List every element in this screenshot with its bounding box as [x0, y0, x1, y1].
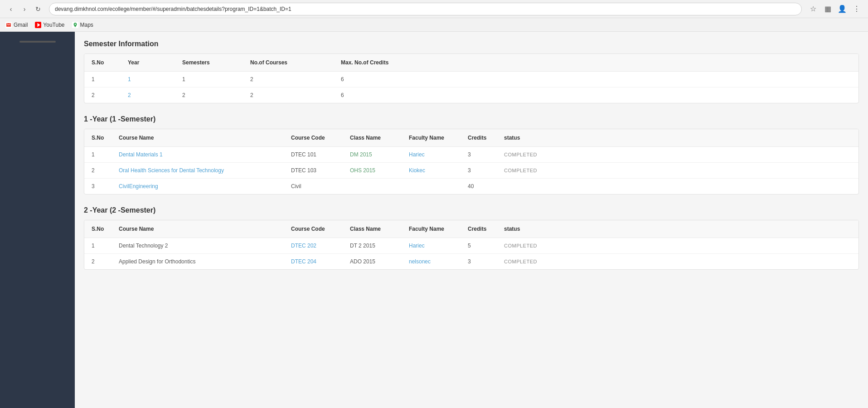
- sem-col-sno: S.No: [84, 54, 121, 72]
- back-button[interactable]: ‹: [5, 4, 16, 15]
- year2-sem-title: 2 -Year (2 -Semester): [84, 198, 859, 220]
- extensions-button[interactable]: ▦: [822, 3, 834, 15]
- y2-faculty-name[interactable]: nelsonec: [402, 254, 461, 270]
- y1-status: COMPLETED: [497, 147, 858, 163]
- y2-course-name: Applied Design for Orthodontics: [112, 254, 284, 270]
- y1-sno: 3: [84, 179, 112, 194]
- y1-credits: 3: [461, 147, 497, 163]
- y1-status: [497, 179, 858, 194]
- y2-faculty-name[interactable]: Hariec: [402, 238, 461, 254]
- y2-course-code: DTEC 204: [284, 254, 343, 270]
- sidebar: [0, 32, 75, 408]
- bookmark-gmail[interactable]: Gmail: [5, 22, 28, 28]
- sem-col-courses: No.of Courses: [243, 54, 334, 72]
- bookmark-gmail-label: Gmail: [14, 22, 28, 28]
- y1-course-name[interactable]: Oral Health Sciences for Dental Technolo…: [112, 163, 284, 179]
- gmail-icon: [5, 22, 12, 28]
- forward-button[interactable]: ›: [19, 4, 30, 15]
- y2-course-code: DTEC 202: [284, 238, 343, 254]
- semester-info-header-row: S.No Year Semesters No.of Courses Max. N…: [84, 54, 858, 72]
- y2-course-name: Dental Technology 2: [112, 238, 284, 254]
- table-row: 1 Dental Materials 1 DTEC 101 DM 2015 Ha…: [84, 147, 858, 163]
- year1-header-row: S.No Course Name Course Code Class Name …: [84, 129, 858, 147]
- table-row: 2 2 2 2 6: [84, 87, 858, 103]
- content-area: Semester Information S.No Year Semesters…: [75, 32, 868, 282]
- y1-faculty-name[interactable]: Hariec: [402, 147, 461, 163]
- y1-sno: 2: [84, 163, 112, 179]
- y1-col-status: status: [497, 129, 858, 147]
- refresh-button[interactable]: ↻: [33, 4, 44, 15]
- y1-credits: 40: [461, 179, 497, 194]
- y1-course-name[interactable]: Dental Materials 1: [112, 147, 284, 163]
- y1-course-name[interactable]: CivilEngineering: [112, 179, 284, 194]
- y1-faculty-name[interactable]: Kiokec: [402, 163, 461, 179]
- semester-info-title: Semester Information: [84, 32, 859, 53]
- y1-class-name[interactable]: OHS 2015: [343, 163, 402, 179]
- y1-sno: 1: [84, 147, 112, 163]
- semester-info-table: S.No Year Semesters No.of Courses Max. N…: [84, 54, 858, 103]
- y1-status: COMPLETED: [497, 163, 858, 179]
- y2-sno: 1: [84, 238, 112, 254]
- browser-chrome: ‹ › ↻ ☆ ▦ 👤 ⋮: [0, 0, 868, 18]
- sem-max-credits: 6: [334, 72, 858, 87]
- table-row: 1 1 1 2 6: [84, 72, 858, 87]
- table-row: 3 CivilEngineering Civil 40: [84, 179, 858, 194]
- address-bar[interactable]: [49, 3, 802, 15]
- year2-course-table: S.No Course Name Course Code Class Name …: [84, 220, 858, 269]
- sem-sno: 1: [84, 72, 121, 87]
- youtube-icon: [35, 22, 41, 28]
- bookmark-maps-label: Maps: [80, 22, 93, 28]
- svg-marker-0: [38, 23, 40, 27]
- y2-class-name: ADO 2015: [343, 254, 402, 270]
- y1-col-faculty: Faculty Name: [402, 129, 461, 147]
- y1-col-sno: S.No: [84, 129, 112, 147]
- year1-course-table: S.No Course Name Course Code Class Name …: [84, 129, 858, 194]
- sem-semesters: 1: [175, 72, 243, 87]
- year1-table-container: S.No Course Name Course Code Class Name …: [84, 129, 859, 194]
- sidebar-slider: [19, 41, 56, 43]
- menu-button[interactable]: ⋮: [851, 3, 863, 15]
- y1-class-name: [343, 179, 402, 194]
- y1-col-name: Course Name: [112, 129, 284, 147]
- page-wrapper: Semester Information S.No Year Semesters…: [0, 32, 868, 408]
- y2-col-code: Course Code: [284, 220, 343, 238]
- y2-col-faculty: Faculty Name: [402, 220, 461, 238]
- bookmark-maps[interactable]: Maps: [72, 22, 93, 28]
- profile-button[interactable]: 👤: [836, 3, 848, 15]
- sem-max-credits: 6: [334, 87, 858, 103]
- bookmark-star-button[interactable]: ☆: [807, 3, 819, 15]
- y2-status: COMPLETED: [497, 254, 858, 270]
- sem-year[interactable]: 2: [121, 87, 175, 103]
- sem-col-semesters: Semesters: [175, 54, 243, 72]
- bookmarks-bar: Gmail YouTube Maps: [0, 18, 868, 32]
- year2-header-row: S.No Course Name Course Code Class Name …: [84, 220, 858, 238]
- table-row: 2 Applied Design for Orthodontics DTEC 2…: [84, 254, 858, 270]
- y2-credits: 3: [461, 254, 497, 270]
- sem-year[interactable]: 1: [121, 72, 175, 87]
- semester-info-table-container: S.No Year Semesters No.of Courses Max. N…: [84, 53, 859, 103]
- sem-col-year: Year: [121, 54, 175, 72]
- sem-col-credits: Max. No.of Credits: [334, 54, 858, 72]
- y1-col-credits: Credits: [461, 129, 497, 147]
- sem-no-courses: 2: [243, 72, 334, 87]
- y2-col-name: Course Name: [112, 220, 284, 238]
- y1-col-class: Class Name: [343, 129, 402, 147]
- y2-credits: 5: [461, 238, 497, 254]
- sem-semesters: 2: [175, 87, 243, 103]
- y2-col-class: Class Name: [343, 220, 402, 238]
- y2-col-credits: Credits: [461, 220, 497, 238]
- main-content[interactable]: Semester Information S.No Year Semesters…: [75, 32, 868, 408]
- browser-actions: ☆ ▦ 👤 ⋮: [807, 3, 863, 15]
- y2-col-sno: S.No: [84, 220, 112, 238]
- y1-course-code: DTEC 101: [284, 147, 343, 163]
- sem-no-courses: 2: [243, 87, 334, 103]
- y1-course-code: DTEC 103: [284, 163, 343, 179]
- y2-sno: 2: [84, 254, 112, 270]
- sem-sno: 2: [84, 87, 121, 103]
- y2-status: COMPLETED: [497, 238, 858, 254]
- y1-class-name[interactable]: DM 2015: [343, 147, 402, 163]
- bookmark-youtube[interactable]: YouTube: [35, 22, 64, 28]
- maps-icon: [72, 22, 78, 28]
- y1-course-code: Civil: [284, 179, 343, 194]
- nav-buttons: ‹ › ↻: [5, 4, 44, 15]
